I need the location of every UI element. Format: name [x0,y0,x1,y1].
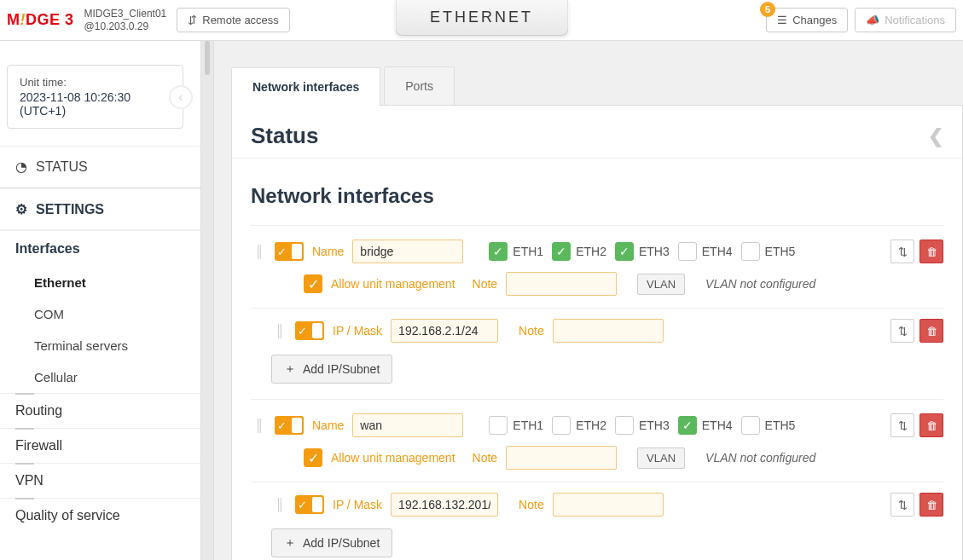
changes-badge: 5 [760,2,775,17]
drag-handle-icon[interactable]: ║ [271,324,287,338]
unit-time-box: Unit time: 2023-11-08 10:26:30 (UTC+1) ‹ [7,65,183,129]
list-icon: ☰ [777,14,787,26]
trash-icon: 🗑 [926,245,937,258]
notifications-button[interactable]: 📣 Notifications [855,8,956,32]
eth3-checkbox[interactable] [615,416,634,435]
vlan-button[interactable]: VLAN [637,447,685,469]
drag-handle-icon[interactable]: ║ [271,498,287,511]
nav-ethernet[interactable]: Ethernet [34,267,200,298]
nav-settings[interactable]: ⚙ SETTINGS [0,188,200,230]
ip-note-input[interactable] [553,493,664,517]
nav-interfaces[interactable]: Interfaces [0,230,200,267]
eth4-checkbox[interactable] [678,242,697,261]
allow-mgmt-checkbox[interactable]: ✓ [304,274,322,293]
eth2-checkbox[interactable] [552,416,571,435]
status-heading: Status ❮ [251,123,943,149]
add-ip-subnet-button[interactable]: ＋Add IP/Subnet [271,355,392,384]
nav-qos[interactable]: Quality of service [0,498,200,533]
drag-handle-icon[interactable]: ║ [251,419,266,432]
nav-firewall[interactable]: Firewall [0,428,200,463]
ipmask-input[interactable] [391,493,498,517]
nav-com[interactable]: COM [34,298,200,330]
details-button[interactable]: ⇅ [890,319,914,343]
trash-icon: 🗑 [926,325,937,338]
note-input[interactable] [506,446,617,470]
plus-icon: ＋ [284,361,296,377]
sidebar: Unit time: 2023-11-08 10:26:30 (UTC+1) ‹… [0,41,200,560]
unit-name: MIDGE3_Client01 [84,8,167,20]
eth4-checkbox[interactable]: ✓ [678,416,697,435]
name-input[interactable] [352,413,463,437]
antenna-icon: ⇵ [188,14,197,26]
dashboard-icon: ◔ [15,159,27,175]
delete-button[interactable]: 🗑 [919,240,943,263]
name-input[interactable] [352,240,463,263]
trash-icon: 🗑 [926,499,937,511]
main-panel: Network interfaces Ports Status ❮ Networ… [214,41,963,560]
allow-mgmt-checkbox[interactable]: ✓ [304,448,322,467]
delete-button[interactable]: 🗑 [919,493,943,517]
eth1-checkbox[interactable] [489,416,508,435]
details-button[interactable]: ⇅ [890,413,914,437]
plus-icon: ＋ [284,535,296,551]
vlan-button[interactable]: VLAN [637,274,685,295]
tab-ports[interactable]: Ports [384,66,455,105]
remote-access-button[interactable]: ⇵ Remote access [177,8,290,32]
nav-cellular[interactable]: Cellular [34,361,200,393]
drag-handle-icon[interactable]: ║ [251,245,266,258]
details-button[interactable]: ⇅ [890,240,914,263]
name-label: Name [312,419,344,432]
page-title: ETHERNET [395,0,568,36]
splitter[interactable] [200,41,214,560]
unit-info: MIDGE3_Client01 @10.203.0.29 [84,8,167,32]
interface-block: ║ ✓ Name ✓ETH1 ✓ETH2 ✓ETH3 ETH4 ETH5 ⇅ 🗑 [251,225,943,399]
note-input[interactable] [506,272,617,296]
enable-toggle[interactable]: ✓ [295,321,324,340]
eth1-checkbox[interactable]: ✓ [489,242,508,261]
section-heading: Network interfaces [251,184,943,208]
unit-ip: @10.203.0.29 [84,20,167,32]
eth2-checkbox[interactable]: ✓ [552,242,571,261]
vlan-status: VLAN not configured [705,277,815,291]
details-button[interactable]: ⇅ [890,493,914,517]
enable-toggle[interactable]: ✓ [275,242,304,261]
name-label: Name [312,245,344,258]
nav-terminal-servers[interactable]: Terminal servers [34,330,200,361]
enable-toggle[interactable]: ✓ [275,416,304,435]
bullhorn-icon: 📣 [866,14,879,26]
nav-vpn[interactable]: VPN [0,463,200,498]
interface-block: ║ ✓ Name ETH1 ETH2 ETH3 ✓ETH4 ETH5 ⇅ 🗑 [251,399,943,560]
ipmask-input[interactable] [391,319,498,343]
logo: M!DGE 3 [7,11,74,29]
nav-status[interactable]: ◔ STATUS [0,147,200,188]
collapse-sidebar-icon[interactable]: ‹ [169,85,193,109]
delete-button[interactable]: 🗑 [919,413,943,437]
eth5-checkbox[interactable] [741,242,760,261]
gear-icon: ⚙ [15,201,27,217]
vlan-status: VLAN not configured [705,451,815,465]
nav-routing[interactable]: Routing [0,393,200,428]
tab-network-interfaces[interactable]: Network interfaces [231,67,380,106]
eth3-checkbox[interactable]: ✓ [615,242,634,261]
eth5-checkbox[interactable] [741,416,760,435]
trash-icon: 🗑 [926,419,937,432]
topbar: M!DGE 3 MIDGE3_Client01 @10.203.0.29 ⇵ R… [0,0,963,41]
delete-button[interactable]: 🗑 [919,319,943,343]
collapse-status-icon[interactable]: ❮ [928,125,943,147]
changes-button[interactable]: 5 ☰ Changes [766,8,848,32]
add-ip-subnet-button[interactable]: ＋Add IP/Subnet [271,528,392,557]
ip-note-input[interactable] [553,319,664,343]
enable-toggle[interactable]: ✓ [295,495,324,514]
